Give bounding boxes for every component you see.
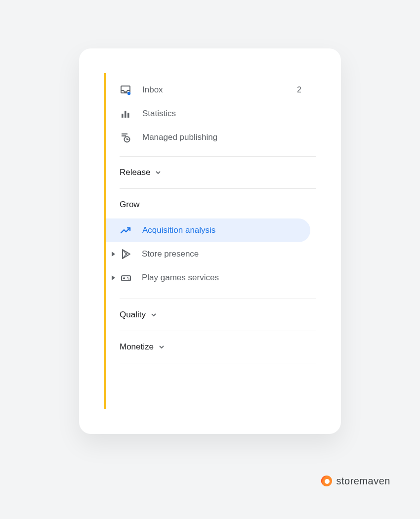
inbox-icon [120,84,131,96]
play-store-icon [120,248,132,260]
section-label: Quality [120,310,146,320]
sidebar-item-inbox[interactable]: Inbox 2 [106,78,316,102]
storemaven-logo-text: storemaven [336,476,391,487]
svg-point-13 [127,277,128,278]
storemaven-logo: storemaven [321,475,391,487]
sidebar-item-statistics[interactable]: Statistics [106,102,316,126]
sidebar-item-label: Statistics [142,109,316,119]
chevron-down-icon [151,312,157,318]
trending-up-icon [120,224,131,236]
sidebar-item-label: Acquisition analysis [142,225,310,235]
gamepad-icon [120,272,132,284]
section-monetize[interactable]: Monetize [106,331,316,361]
section-label: Grow [120,200,140,210]
sidebar-item-acquisition-analysis[interactable]: Acquisition analysis [106,218,310,242]
inbox-count: 2 [297,86,316,94]
svg-rect-2 [122,114,124,118]
sidebar-item-label: Managed publishing [142,132,316,142]
managed-publishing-icon [120,131,131,143]
section-quality[interactable]: Quality [106,299,316,329]
svg-rect-10 [122,276,130,281]
storemaven-logo-icon [321,475,333,487]
section-label: Monetize [120,342,154,352]
sidebar-panel: Inbox 2 Statistics [104,73,316,409]
sidebar-item-label: Inbox [142,85,297,95]
chevron-down-icon [155,170,161,175]
svg-rect-4 [127,113,129,118]
sidebar-item-label: Store presence [142,249,199,259]
section-release[interactable]: Release [106,157,316,186]
sidebar-item-store-presence[interactable]: Store presence [106,242,316,266]
sidebar-item-label: Play games services [142,273,219,283]
svg-point-1 [127,92,130,95]
svg-point-14 [128,278,129,279]
section-grow[interactable]: Grow [106,189,316,218]
divider [120,363,316,363]
caret-right-icon [112,275,115,280]
svg-point-16 [325,479,330,484]
svg-rect-3 [125,111,126,118]
caret-right-icon [112,252,115,257]
card: Inbox 2 Statistics [79,48,341,434]
section-label: Release [120,168,150,177]
sidebar-item-managed-publishing[interactable]: Managed publishing [106,126,316,149]
chevron-down-icon [159,344,165,350]
bar-chart-icon [120,108,131,120]
sidebar-item-play-games-services[interactable]: Play games services [106,266,316,290]
